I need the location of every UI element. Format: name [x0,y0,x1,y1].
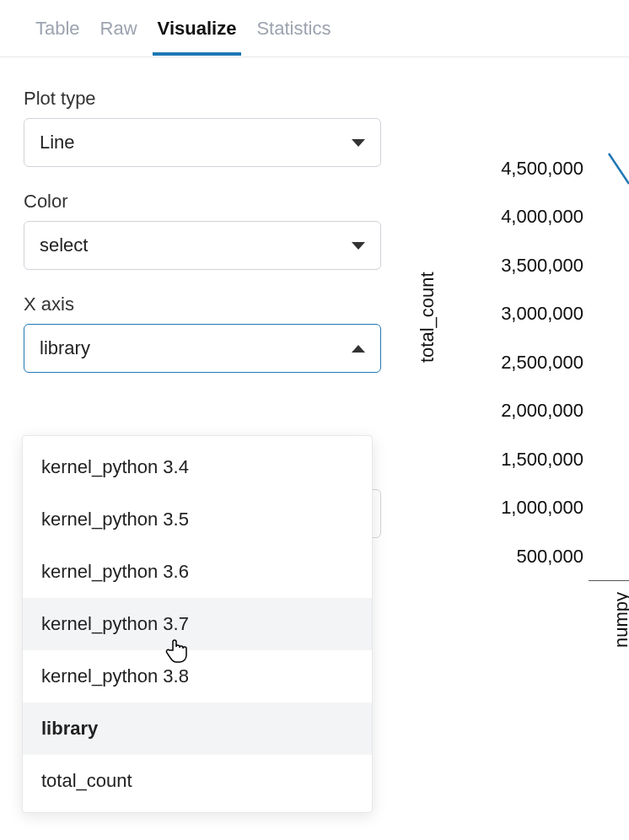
plot-type-select[interactable]: Line [24,118,381,167]
y-tick: 3,500,000 [440,255,583,277]
x-tick: numpy [610,592,629,648]
field-plot-type: Plot type Line [24,88,374,167]
tab-table[interactable]: Table [35,3,80,55]
tab-visualize[interactable]: Visualize [158,3,237,55]
plot-type-value: Line [40,132,75,153]
dropdown-item[interactable]: kernel_python 3.7 [23,598,372,650]
color-select[interactable]: select [24,221,381,270]
plot-type-label: Plot type [24,88,374,110]
x-axis-select[interactable]: library [24,324,381,373]
color-label: Color [24,191,374,213]
tabs-bar: Table Raw Visualize Statistics [0,0,629,57]
y-tick: 1,000,000 [440,497,583,519]
color-value: select [40,234,88,256]
x-axis-label: X axis [24,293,374,315]
chart-line [607,152,629,186]
controls-panel: Plot type Line Color select X axis libra… [0,57,398,373]
dropdown-item[interactable]: kernel_python 3.8 [23,650,372,703]
chevron-up-icon [352,345,365,353]
tab-raw[interactable]: Raw [100,3,137,55]
y-tick: 500,000 [440,546,583,568]
dropdown-item[interactable]: library [23,703,372,755]
svg-line-0 [609,153,629,184]
field-x-axis: X axis library [24,293,374,373]
y-tick: 2,000,000 [440,400,583,422]
dropdown-item[interactable]: kernel_python 3.4 [23,441,372,493]
y-tick: 2,500,000 [440,352,583,374]
x-axis-line [589,580,629,581]
dropdown-item[interactable]: kernel_python 3.5 [23,493,372,546]
x-axis-value: library [40,337,90,359]
chevron-down-icon [352,139,365,147]
dropdown-item[interactable]: kernel_python 3.6 [23,546,372,598]
field-color: Color select [24,191,374,270]
tab-statistics[interactable]: Statistics [256,3,331,55]
y-tick: 4,500,000 [440,158,583,180]
chevron-down-icon [352,242,365,250]
y-tick: 4,000,000 [440,206,583,228]
y-tick: 3,000,000 [440,303,583,325]
y-tick: 1,500,000 [440,449,583,471]
x-axis-dropdown: kernel_python 3.4 kernel_python 3.5 kern… [22,435,373,813]
dropdown-item[interactable]: total_count [23,755,372,807]
y-axis-title: total_count [417,272,438,363]
